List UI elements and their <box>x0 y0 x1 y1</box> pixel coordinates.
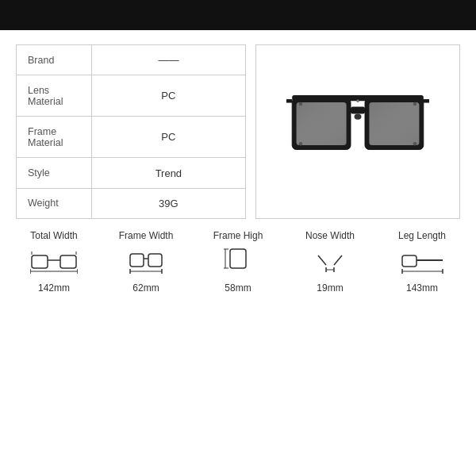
svg-point-7 <box>299 102 303 106</box>
dimension-value: 142mm <box>38 282 70 294</box>
dimension-value: 58mm <box>225 282 251 294</box>
total-width-icon <box>30 248 78 278</box>
table-row: Weight 39G <box>17 188 246 218</box>
table-value: 39G <box>92 188 246 218</box>
table-label: Weight <box>17 188 92 218</box>
frame-high-icon <box>222 248 254 278</box>
dimensions-section: Total Width 142mm Frame Width 62mm Fr <box>8 230 468 294</box>
table-value: Trend <box>92 158 246 188</box>
svg-rect-22 <box>130 254 144 267</box>
svg-point-13 <box>356 100 359 103</box>
sunglasses-image <box>286 84 429 179</box>
dimension-value: 19mm <box>317 282 343 294</box>
leg-length-icon <box>401 248 444 278</box>
dimension-value: 62mm <box>132 282 159 294</box>
svg-point-8 <box>413 102 417 106</box>
svg-rect-28 <box>230 249 246 268</box>
dimension-label: Nose Width <box>305 230 355 241</box>
product-info-table: Brand —— Lens Material PC Frame Material… <box>16 44 246 219</box>
dimension-item: Total Width 142mm <box>22 230 86 294</box>
main-content: Brand —— Lens Material PC Frame Material… <box>16 44 460 219</box>
svg-rect-23 <box>148 254 162 267</box>
table-value: —— <box>92 45 246 75</box>
frame-width-icon <box>126 248 166 278</box>
product-info-header <box>0 0 476 30</box>
table-row: Lens Material PC <box>17 75 246 117</box>
dimension-label: Frame Width <box>119 230 174 241</box>
table-row: Brand —— <box>17 45 246 75</box>
dimension-item: Leg Length 143mm <box>390 230 454 294</box>
product-image-box <box>255 44 460 219</box>
table-row: Frame Material PC <box>17 117 246 158</box>
table-row: Style Trend <box>17 158 246 188</box>
nose-width-icon <box>314 248 346 278</box>
table-value: PC <box>92 117 246 158</box>
svg-line-32 <box>318 255 326 265</box>
table-label: Lens Material <box>17 75 92 117</box>
dimension-item: Nose Width 19mm <box>298 230 362 294</box>
svg-rect-1 <box>296 102 346 145</box>
table-value: PC <box>92 75 246 117</box>
svg-rect-15 <box>60 255 76 268</box>
svg-point-6 <box>354 114 361 120</box>
svg-rect-14 <box>32 255 48 268</box>
dimension-value: 143mm <box>406 282 438 294</box>
svg-point-9 <box>299 142 303 146</box>
dimension-label: Leg Length <box>398 230 446 241</box>
dimension-item: Frame Width 62mm <box>114 230 178 294</box>
table-label: Frame Material <box>17 117 92 158</box>
table-label: Brand <box>17 45 92 75</box>
svg-rect-4 <box>351 107 365 114</box>
svg-line-33 <box>334 255 342 265</box>
svg-rect-3 <box>369 102 419 145</box>
svg-point-10 <box>413 142 417 146</box>
dimension-label: Frame High <box>213 230 263 241</box>
table-label: Style <box>17 158 92 188</box>
svg-rect-37 <box>402 255 416 267</box>
dimension-item: Frame High 58mm <box>206 230 270 294</box>
dimension-label: Total Width <box>30 230 77 241</box>
